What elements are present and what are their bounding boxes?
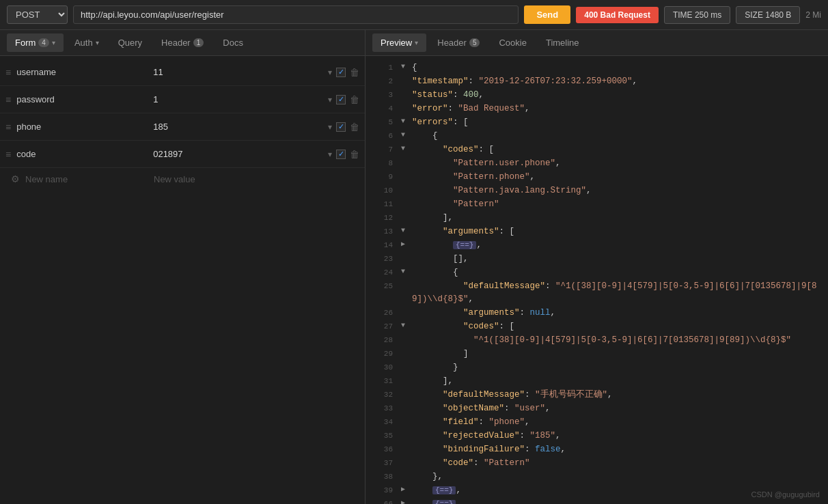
collapse-toggle[interactable]: ▼: [401, 130, 409, 141]
chevron-down-icon: ▾: [415, 39, 418, 46]
field-value-password: 1: [153, 94, 328, 104]
tab-header-badge: 1: [193, 38, 204, 47]
code-line-37: 37 "code": "Pattern": [365, 457, 828, 471]
delete-icon-password[interactable]: 🗑: [350, 94, 359, 105]
collapse-toggle[interactable]: ▼: [401, 225, 409, 236]
code-line-32: 32 "defaultMessage": "手机号码不正确",: [365, 389, 828, 402]
tab-preview[interactable]: Preview ▾: [372, 33, 426, 52]
form-row-code: ≡ code 021897 ▾ 🗑: [0, 141, 365, 168]
code-line-36: 36 "bindingFailure": false,: [365, 443, 828, 457]
code-line-33: 33 "objectName": "user",: [365, 402, 828, 416]
field-actions-phone: ▾ 🗑: [328, 122, 359, 132]
chevron-down-icon[interactable]: ▾: [328, 122, 332, 132]
new-field-row: ⚙: [0, 168, 365, 190]
code-line-34: 34 "field": "phone",: [365, 416, 828, 430]
code-line-11: 11 "Pattern": [365, 198, 828, 212]
field-actions-code: ▾ 🗑: [328, 149, 359, 160]
collapse-toggle[interactable]: ▶: [401, 498, 409, 504]
field-name-password: password: [16, 94, 153, 104]
size-stat: SIZE 1480 B: [736, 6, 800, 24]
code-line-5: 5 ▼ "errors": [: [365, 116, 828, 130]
collapse-toggle[interactable]: ▼: [401, 266, 409, 277]
code-line-38: 38 },: [365, 471, 828, 484]
method-select[interactable]: POST GET PUT DELETE: [7, 5, 68, 24]
collapse-toggle[interactable]: ▼: [401, 61, 409, 72]
collapse-toggle[interactable]: ▼: [401, 116, 409, 127]
code-line-2: 2 "timestamp": "2019-12-26T07:23:32.259+…: [365, 75, 828, 89]
code-line-8: 8 "Pattern.user.phone",: [365, 157, 828, 171]
delete-icon-username[interactable]: 🗑: [350, 67, 359, 78]
code-line-31: 31 ],: [365, 375, 828, 389]
left-panel: Form 4 ▾ Auth ▾ Query Header 1 Docs ≡: [0, 30, 365, 504]
tab-timeline-label: Timeline: [546, 38, 579, 48]
tab-docs[interactable]: Docs: [215, 33, 251, 52]
field-name-code: code: [16, 149, 153, 159]
tab-response-header-badge: 5: [469, 38, 480, 47]
chevron-down-icon[interactable]: ▾: [328, 95, 332, 104]
tab-cookie[interactable]: Cookie: [491, 33, 534, 52]
new-value-input[interactable]: [154, 174, 354, 184]
tab-response-header-label: Header: [437, 38, 467, 48]
new-name-input[interactable]: [25, 174, 148, 184]
drag-handle-icon[interactable]: ≡: [5, 67, 11, 78]
tab-header-label: Header: [161, 38, 191, 48]
field-name-phone: phone: [16, 122, 153, 132]
code-area: 1 ▼ { 2 "timestamp": "2019-12-26T07:23:3…: [365, 56, 828, 504]
field-actions-password: ▾ 🗑: [328, 94, 359, 105]
code-line-30: 30 }: [365, 361, 828, 375]
tab-query-label: Query: [118, 38, 142, 48]
code-line-26: 26 "arguments": null,: [365, 307, 828, 320]
tab-timeline[interactable]: Timeline: [538, 33, 588, 52]
tab-form[interactable]: Form 4 ▾: [7, 33, 64, 52]
code-line-4: 4 "error": "Bad Request",: [365, 102, 828, 116]
status-badge: 400 Bad Request: [576, 7, 659, 23]
checkbox-password[interactable]: [336, 95, 346, 104]
collapse-toggle[interactable]: ▼: [401, 143, 409, 154]
tab-response-header[interactable]: Header 5: [429, 33, 488, 52]
code-line-3: 3 "status": 400,: [365, 89, 828, 102]
form-area: ≡ username 11 ▾ 🗑 ≡ password 1 ▾ 🗑: [0, 56, 365, 504]
chevron-down-icon[interactable]: ▾: [328, 68, 332, 77]
top-bar: POST GET PUT DELETE Send 400 Bad Request…: [0, 0, 828, 30]
url-input[interactable]: [73, 5, 519, 24]
code-line-27: 27 ▼ "codes": [: [365, 320, 828, 334]
chevron-down-icon: ▾: [96, 39, 99, 46]
code-line-6: 6 ▼ {: [365, 130, 828, 143]
chevron-down-icon: ▾: [52, 39, 55, 46]
code-line-66: 66 ▶ {==}: [365, 498, 828, 504]
drag-handle-icon[interactable]: ≡: [5, 94, 11, 105]
code-line-28: 28 "^1([38][0-9]|4[579]|5[0-3,5-9]|6[6]|…: [365, 334, 828, 348]
form-row-phone: ≡ phone 185 ▾ 🗑: [0, 113, 365, 141]
field-value-phone: 185: [153, 122, 328, 132]
tab-header[interactable]: Header 1: [153, 33, 212, 52]
code-line-25: 25 "defaultMessage": "^1([38][0-9]|4[579…: [365, 280, 828, 307]
checkbox-username[interactable]: [336, 68, 346, 77]
code-line-24: 24 ▼ {: [365, 266, 828, 280]
checkbox-phone[interactable]: [336, 122, 346, 132]
tab-auth[interactable]: Auth ▾: [66, 33, 107, 52]
tab-docs-label: Docs: [223, 38, 243, 48]
code-line-9: 9 "Pattern.phone",: [365, 171, 828, 184]
tab-query[interactable]: Query: [110, 33, 150, 52]
send-button[interactable]: Send: [524, 5, 570, 24]
field-actions-username: ▾ 🗑: [328, 67, 359, 78]
collapse-toggle[interactable]: ▼: [401, 320, 409, 331]
tab-preview-label: Preview: [381, 38, 412, 48]
watermark: CSDN @gugugubird: [751, 490, 820, 499]
settings-icon: ⚙: [11, 173, 20, 184]
checkbox-code[interactable]: [336, 150, 346, 159]
drag-handle-icon[interactable]: ≡: [5, 149, 11, 160]
delete-icon-code[interactable]: 🗑: [350, 149, 359, 160]
left-tab-bar: Form 4 ▾ Auth ▾ Query Header 1 Docs: [0, 30, 365, 56]
field-value-code: 021897: [153, 149, 328, 159]
code-line-12: 12 ],: [365, 212, 828, 225]
code-line-14: 14 ▶ {==},: [365, 239, 828, 253]
code-line-29: 29 ]: [365, 348, 828, 361]
tab-auth-label: Auth: [74, 38, 93, 48]
delete-icon-phone[interactable]: 🗑: [350, 122, 359, 132]
drag-handle-icon[interactable]: ≡: [5, 122, 11, 132]
collapse-toggle[interactable]: ▶: [401, 239, 409, 250]
collapse-toggle[interactable]: ▶: [401, 484, 409, 495]
form-row-password: ≡ password 1 ▾ 🗑: [0, 86, 365, 113]
chevron-down-icon[interactable]: ▾: [328, 150, 332, 159]
